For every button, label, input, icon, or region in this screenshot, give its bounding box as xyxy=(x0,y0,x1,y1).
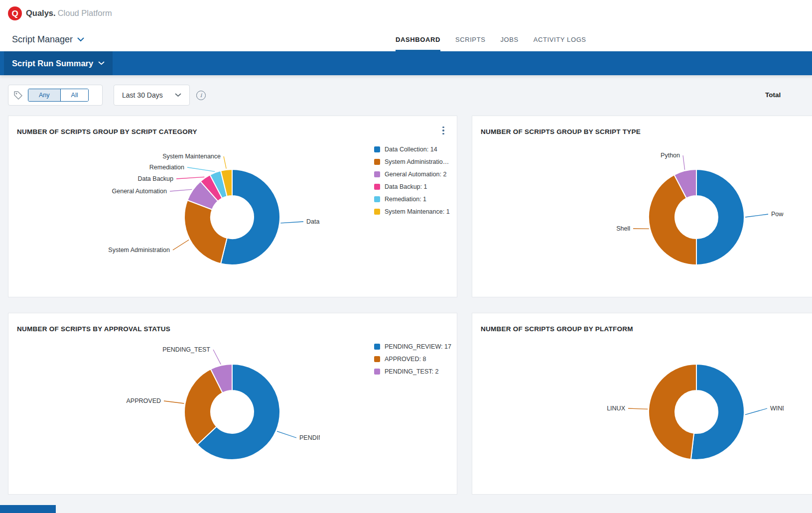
module-name: Script Manager xyxy=(12,34,73,45)
chevron-down-icon xyxy=(77,37,84,42)
legend-label: Data Collection: 14 xyxy=(385,146,437,153)
chart-title: NUMBER OF SCRIPTS GROUP BY PLATFORM xyxy=(481,325,633,333)
main-tabs: DASHBOARD SCRIPTS JOBS ACTIVITY LOGS xyxy=(396,27,586,51)
brand-suffix: Cloud Platform xyxy=(58,8,112,17)
chart-card-script-category: NUMBER OF SCRIPTS GROUP BY SCRIPT CATEGO… xyxy=(8,116,457,297)
slice-label: Remediation xyxy=(149,164,184,171)
slice-label: Python xyxy=(661,152,680,159)
callout-line xyxy=(280,222,303,223)
chevron-down-icon xyxy=(175,93,181,97)
donut-chart-approval-status: PENDING_REVIEWAPPROVEDPENDING_TEST xyxy=(8,336,320,495)
legend-item[interactable]: Data Collection: 14 xyxy=(374,146,450,153)
chart-title: NUMBER OF SCRIPTS GROUP BY SCRIPT TYPE xyxy=(481,128,641,135)
donut-chart-platform: WINDOWSLINUX xyxy=(472,336,784,495)
tab-jobs[interactable]: JOBS xyxy=(500,27,518,51)
donut-chart-script-category: Data CollectionSystem AdministrationGene… xyxy=(8,138,320,298)
legend-item[interactable]: APPROVED: 8 xyxy=(374,356,451,363)
chart-card-script-type: NUMBER OF SCRIPTS GROUP BY SCRIPT TYPE P… xyxy=(472,116,812,297)
kebab-dot xyxy=(442,129,444,131)
kebab-dot xyxy=(442,133,444,135)
legend-label: System Maintenance: 1 xyxy=(385,208,450,215)
pie-slice-system-administration[interactable] xyxy=(184,200,227,263)
tag-icon xyxy=(13,91,23,100)
slice-label: System Administration xyxy=(108,247,170,254)
legend-item[interactable]: Remediation: 1 xyxy=(374,196,450,203)
chart-card-platform: NUMBER OF SCRIPTS GROUP BY PLATFORM WIND… xyxy=(472,313,812,495)
brand-text: Qualys.Cloud Platform xyxy=(26,8,112,18)
module-picker[interactable]: Script Manager xyxy=(12,27,84,51)
callout-line xyxy=(683,155,685,170)
callout-line xyxy=(277,431,296,438)
chart-title: NUMBER OF SCRIPTS GROUP BY SCRIPT CATEGO… xyxy=(17,128,197,135)
legend-item[interactable]: System Maintenance: 1 xyxy=(374,208,450,215)
slice-label: Data Collection xyxy=(306,218,320,225)
callout-line xyxy=(224,156,226,169)
legend-item[interactable]: Data Backup: 1 xyxy=(374,183,450,190)
callout-line xyxy=(745,408,767,415)
slice-label: APPROVED xyxy=(127,397,161,404)
slice-label: Data Backup xyxy=(137,175,173,182)
date-range-value: Last 30 Days xyxy=(122,91,163,99)
chart-card-approval-status: NUMBER OF SCRIPTS BY APPROVAL STATUS PEN… xyxy=(8,313,457,495)
chevron-down-icon xyxy=(98,61,105,65)
section-title: Script Run Summary xyxy=(12,59,93,68)
callout-line xyxy=(187,167,215,171)
legend-swatch xyxy=(374,184,380,190)
slice-label: LINUX xyxy=(607,405,625,412)
pie-slice-powershell[interactable] xyxy=(696,169,744,265)
qualys-logo: Q xyxy=(8,6,22,20)
kebab-menu-icon[interactable] xyxy=(439,125,448,136)
legend-item[interactable]: System Administratio… xyxy=(374,158,450,165)
donut-chart-script-type: PowerShellShellPython xyxy=(472,138,784,298)
slice-label: WINDOWS xyxy=(770,405,784,412)
legend-item[interactable]: PENDING_TEST: 2 xyxy=(374,368,451,375)
chart-title: NUMBER OF SCRIPTS BY APPROVAL STATUS xyxy=(17,325,170,333)
section-dropdown[interactable]: Script Run Summary xyxy=(4,51,113,75)
section-header-bar: Script Run Summary xyxy=(0,51,812,75)
legend-label: PENDING_REVIEW: 17 xyxy=(385,343,451,350)
callout-line xyxy=(628,408,648,409)
kebab-dot xyxy=(442,127,444,128)
match-all-button[interactable]: All xyxy=(60,89,89,101)
top-header: Q Qualys.Cloud Platform xyxy=(0,0,812,27)
slice-label: Shell xyxy=(616,225,630,232)
tab-scripts[interactable]: SCRIPTS xyxy=(455,27,486,51)
legend-item[interactable]: PENDING_REVIEW: 17 xyxy=(374,343,451,350)
pie-slice-windows[interactable] xyxy=(691,364,744,460)
tag-filter-group: Any All xyxy=(8,85,103,106)
chart-legend: Data Collection: 14System Administratio…… xyxy=(374,146,450,215)
qualys-logo-letter: Q xyxy=(11,9,18,18)
slice-label: System Maintenance xyxy=(162,153,221,160)
legend-swatch xyxy=(374,369,380,375)
legend-item[interactable]: General Automation: 2 xyxy=(374,171,450,178)
legend-label: APPROVED: 8 xyxy=(385,356,426,363)
legend-swatch xyxy=(374,344,380,350)
legend-swatch xyxy=(374,356,380,362)
legend-swatch xyxy=(374,146,380,152)
tab-activity-logs[interactable]: ACTIVITY LOGS xyxy=(534,27,586,51)
filter-bar: Any All Last 30 Days i Total xyxy=(0,75,812,116)
legend-swatch xyxy=(374,209,380,215)
callout-line xyxy=(173,240,189,250)
callout-line xyxy=(170,189,192,191)
slice-label: PowerShell xyxy=(771,211,784,218)
pie-slice-linux[interactable] xyxy=(649,364,696,459)
date-range-select[interactable]: Last 30 Days xyxy=(114,85,190,106)
legend-label: General Automation: 2 xyxy=(385,171,446,178)
slice-label: PENDING_TEST xyxy=(162,346,210,353)
legend-swatch xyxy=(374,171,380,177)
match-any-button[interactable]: Any xyxy=(28,89,60,101)
legend-label: Data Backup: 1 xyxy=(385,183,427,190)
brand-name: Qualys. xyxy=(26,8,56,17)
total-label: Total xyxy=(765,91,781,99)
callout-line xyxy=(164,401,184,403)
tab-dashboard[interactable]: DASHBOARD xyxy=(396,27,440,51)
info-icon[interactable]: i xyxy=(196,91,206,100)
legend-swatch xyxy=(374,196,380,202)
legend-label: Remediation: 1 xyxy=(385,196,426,203)
module-nav-row: Script Manager DASHBOARD SCRIPTS JOBS AC… xyxy=(0,27,812,51)
callout-line xyxy=(213,350,221,365)
slice-label: General Automation xyxy=(112,188,167,195)
footer-accent xyxy=(0,505,56,513)
slice-label: PENDING_REVIEW xyxy=(299,434,320,441)
